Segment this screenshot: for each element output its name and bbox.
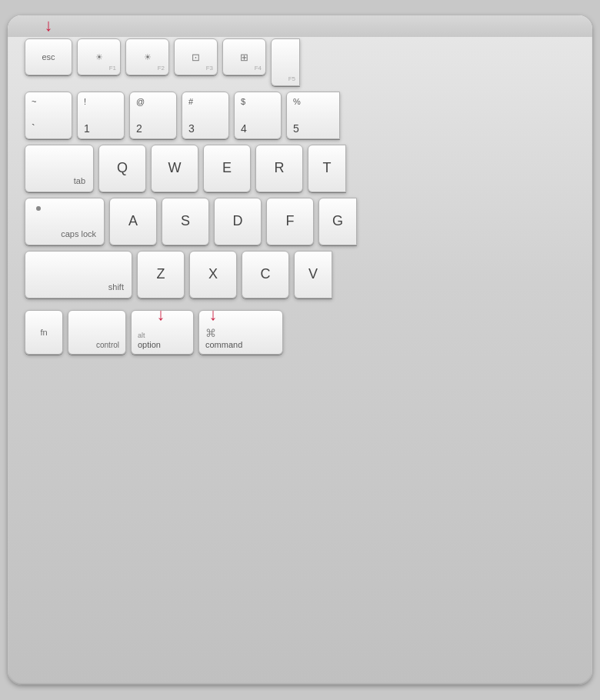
esc-arrow: ↓ [45,17,53,34]
fn-row: ↓ esc ☀ F1 ☀ F2 ⊡ F3 ⊞ F4 F5 [25,38,575,86]
key-5[interactable]: % 5 [286,92,340,139]
key-e[interactable]: E [203,145,251,192]
key-tab[interactable]: tab [25,145,94,192]
zxcv-row: shift Z ↓ X ↓ C V [25,251,575,298]
key-c[interactable]: C [242,251,289,298]
bottom-row: fn control alt option ⌘ command [25,310,575,355]
key-z[interactable]: Z [137,251,185,298]
key-w[interactable]: W [151,145,198,192]
key-f4[interactable]: ⊞ F4 [222,38,266,75]
asdf-row: caps lock A S D F G [25,198,575,245]
qwerty-row: tab Q W E R T [25,145,575,192]
caps-lock-indicator [36,206,41,211]
key-f5[interactable]: F5 [271,38,300,86]
key-v[interactable]: V [294,251,332,298]
key-3[interactable]: # 3 [182,92,229,139]
key-t[interactable]: T [308,145,346,192]
key-f[interactable]: F [266,198,314,245]
key-fn[interactable]: fn [25,310,63,355]
key-d[interactable]: D [214,198,262,245]
key-s[interactable]: S [162,198,209,245]
key-shift[interactable]: shift [25,251,132,298]
key-q[interactable]: Q [98,145,146,192]
key-f3[interactable]: ⊡ F3 [174,38,218,75]
key-g[interactable]: G [318,198,357,245]
key-f1[interactable]: ☀ F1 [77,38,121,75]
keyboard: ↓ esc ☀ F1 ☀ F2 ⊡ F3 ⊞ F4 F5 ~ ` [8,15,592,685]
key-command[interactable]: ⌘ command [198,310,283,355]
key-4[interactable]: $ 4 [234,92,282,139]
key-control[interactable]: control [68,310,126,355]
key-2[interactable]: @ 2 [129,92,177,139]
key-x[interactable]: X [189,251,237,298]
key-1[interactable]: ! 1 [77,92,125,139]
key-option[interactable]: alt option [131,310,194,355]
key-caps-lock[interactable]: caps lock [25,198,105,245]
key-esc[interactable]: esc [25,38,72,75]
number-row: ~ ` ! 1 @ 2 # 3 $ 4 % 5 [25,92,575,139]
key-f2[interactable]: ☀ F2 [125,38,169,75]
key-r[interactable]: R [255,145,303,192]
key-a[interactable]: A [109,198,157,245]
key-tilde[interactable]: ~ ` [25,92,72,139]
